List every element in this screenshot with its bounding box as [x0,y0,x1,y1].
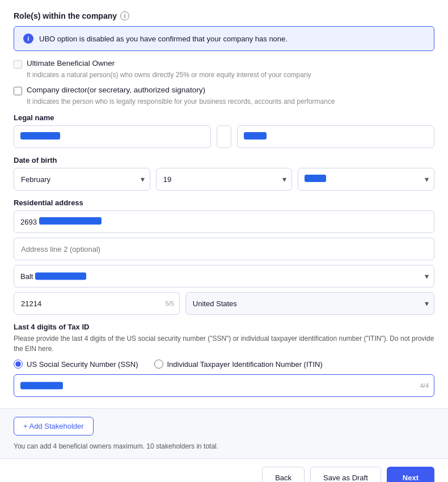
ssn-radio-option[interactable]: US Social Security Number (SSN) [14,360,138,369]
first-name-field[interactable] [14,125,211,148]
year-select-wrapper[interactable]: redacted [298,168,434,191]
day-select[interactable]: 19 1234 5678 9101112 13141516 17182021 2… [156,168,293,191]
ubo-checkbox-label: Ultimate Beneficial Owner [27,59,115,67]
address-line1-input[interactable] [14,210,434,233]
month-select-wrapper[interactable]: February JanuaryMarchApril MayJuneJuly A… [14,168,150,191]
city-select-wrapper[interactable]: Balt redacted Balt [14,265,434,287]
roles-section-title: Role(s) within the company i [14,11,434,20]
next-button[interactable]: Next [387,467,434,482]
add-stakeholder-button[interactable]: + Add Stakeholder [14,417,94,436]
nav-buttons: Back Save as Draft Next [0,458,448,482]
tax-title: Last 4 digits of Tax ID [14,323,434,331]
last-name-input[interactable] [237,125,434,148]
zip-counter: 5/5 [166,300,174,307]
roles-label: Role(s) within the company [14,11,117,20]
dob-label: Date of birth [14,156,434,164]
zip-input[interactable] [14,292,180,315]
director-checkbox-group: Company director(or secretary, authorize… [14,86,434,105]
ssn-label: US Social Security Number (SSN) [27,360,138,369]
ubo-checkbox-group: Ultimate Beneficial Owner It indicates a… [14,59,434,79]
middle-name-input[interactable] [217,126,231,147]
itin-radio-option[interactable]: Individual Taxpayer Identification Numbe… [154,360,323,369]
first-name-input[interactable] [14,125,211,148]
ubo-checkbox[interactable] [14,60,22,69]
tax-input-wrapper[interactable]: 4/4 [14,374,434,397]
tax-section: Last 4 digits of Tax ID Please provide t… [14,323,434,397]
middle-name-wrapper[interactable] [217,125,231,148]
banner-text: UBO option is disabled as you have confi… [39,35,288,43]
footer-note: You can add 4 beneficial owners maximum.… [14,442,434,450]
ubo-banner: i UBO option is disabled as you have con… [14,26,434,51]
dob-row: February JanuaryMarchApril MayJuneJuly A… [14,168,434,191]
director-checkbox-label: Company director(or secretary, authorize… [27,86,205,94]
country-select[interactable]: United States United Kingdom Canada Aust… [185,292,434,315]
tax-counter: 4/4 [420,382,429,389]
last-name-field[interactable] [237,125,434,148]
footer-bar: + Add Stakeholder You can add 4 benefici… [0,408,448,458]
director-checkbox-desc: It indicates the person who is legally r… [27,98,434,105]
ssn-radio[interactable] [14,360,23,369]
residential-address-section: Residential address 2693 Balt redacted B… [14,198,434,315]
ubo-checkbox-row: Ultimate Beneficial Owner [14,59,434,69]
back-button[interactable]: Back [262,467,305,482]
day-select-wrapper[interactable]: 19 1234 5678 9101112 13141516 17182021 2… [156,168,293,191]
itin-radio[interactable] [154,360,163,369]
month-select[interactable]: February JanuaryMarchApril MayJuneJuly A… [14,168,150,191]
director-checkbox-row: Company director(or secretary, authorize… [14,86,434,95]
residential-label: Residential address [14,198,434,207]
director-checkbox[interactable] [14,87,22,95]
main-form: Role(s) within the company i i UBO optio… [0,0,448,408]
zip-country-row: 5/5 United States United Kingdom Canada … [14,292,434,315]
itin-label: Individual Taxpayer Identification Numbe… [167,360,323,369]
legal-name-row [14,125,434,148]
year-select[interactable]: redacted [298,168,434,191]
save-draft-button[interactable]: Save as Draft [310,467,381,482]
legal-name-label: Legal name [14,113,434,122]
tax-input[interactable] [14,374,434,397]
tax-desc: Please provide the last 4 digits of the … [14,333,434,354]
address-line1-field[interactable]: 2693 [14,210,434,233]
address-line2-input[interactable] [14,238,434,260]
zip-wrapper[interactable]: 5/5 [14,292,180,315]
country-select-wrapper[interactable]: United States United Kingdom Canada Aust… [185,292,434,315]
ubo-checkbox-desc: It indicates a natural person(s) who own… [27,71,434,79]
city-select[interactable]: Balt redacted [14,265,434,287]
roles-info-icon[interactable]: i [120,11,129,20]
banner-info-icon: i [23,33,33,44]
tax-radio-row: US Social Security Number (SSN) Individu… [14,360,434,369]
